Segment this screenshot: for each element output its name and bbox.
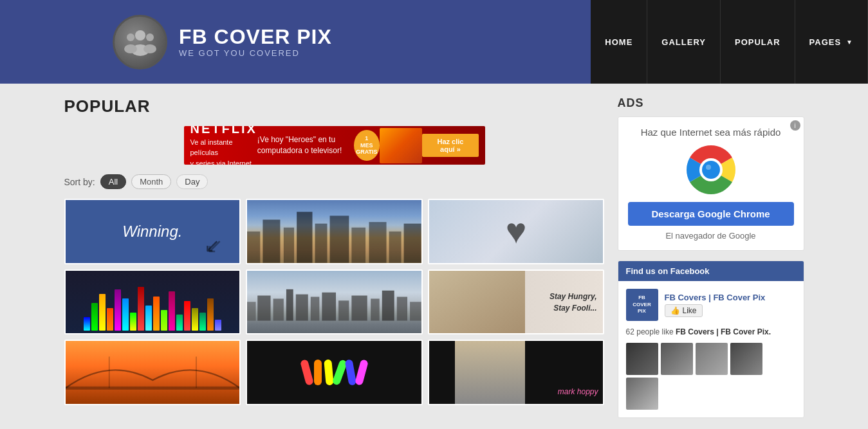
nav-popular[interactable]: POPULAR bbox=[721, 0, 795, 84]
bridge-svg bbox=[66, 341, 240, 404]
facebook-header: Find us on Facebook bbox=[618, 261, 804, 281]
svg-rect-17 bbox=[257, 296, 270, 321]
facebook-avatar bbox=[626, 343, 658, 375]
chrome-logo bbox=[685, 144, 737, 196]
chrome-ad-headline: Haz que Internet sea más rápido bbox=[628, 127, 794, 138]
header: FB COVER PIX WE GOT YOU COVERED HOME GAL… bbox=[0, 0, 868, 84]
svg-rect-20 bbox=[296, 295, 308, 321]
jobs-quote: Stay Hungry,Stay Fooli... bbox=[549, 291, 597, 314]
svg-rect-27 bbox=[397, 297, 407, 321]
facebook-page-row: FBCOVERPIX FB Covers | FB Cover Pix 👍 Li… bbox=[626, 289, 796, 321]
image-jobs[interactable]: Stay Hungry,Stay Fooli... bbox=[428, 269, 605, 335]
netflix-logo-text: NETFLIX bbox=[190, 126, 257, 136]
svg-point-35 bbox=[706, 165, 711, 170]
svg-rect-28 bbox=[410, 302, 421, 321]
facebook-likes-text: 62 people like FB Covers | FB Cover Pix. bbox=[626, 327, 796, 336]
netflix-sub3: ¡Ve hoy "Heroes" en tu computadora o tel… bbox=[257, 134, 354, 156]
svg-rect-16 bbox=[247, 302, 256, 321]
svg-point-5 bbox=[143, 44, 156, 53]
sort-bar: Sort by: All Month Day bbox=[64, 174, 605, 189]
netflix-sub1: Ve al instante películas bbox=[190, 138, 257, 158]
image-equalizer[interactable] bbox=[64, 269, 241, 335]
sort-month-button[interactable]: Month bbox=[131, 174, 171, 189]
city-skyline-svg bbox=[247, 200, 421, 263]
nav-gallery[interactable]: GALLERY bbox=[647, 0, 721, 84]
mark-portrait bbox=[455, 341, 524, 404]
facebook-avatars bbox=[626, 343, 796, 410]
svg-point-2 bbox=[127, 33, 134, 41]
main-wrapper: POPULAR NETFLIX Ve al instante películas… bbox=[55, 84, 814, 429]
chevron-down-icon: ▼ bbox=[846, 39, 853, 46]
facebook-page-info: FB Covers | FB Cover Pix 👍 Like bbox=[665, 293, 766, 317]
image-mark[interactable]: mark hoppy bbox=[428, 340, 605, 405]
sidebar: ADS i Haz que Internet sea más rápido bbox=[618, 96, 804, 418]
svg-rect-21 bbox=[311, 297, 320, 321]
image-harbor[interactable] bbox=[246, 269, 423, 335]
dancers-figures bbox=[247, 341, 421, 404]
facebook-like-button[interactable]: 👍 Like bbox=[665, 304, 703, 317]
site-name: FB COVER PIX bbox=[179, 26, 332, 48]
facebook-avatar bbox=[626, 378, 658, 410]
netflix-sub2: y series via Internet bbox=[190, 159, 257, 165]
svg-rect-13 bbox=[369, 222, 387, 263]
chrome-logo-svg bbox=[685, 144, 737, 196]
jobs-portrait bbox=[429, 271, 525, 334]
equalizer-bars bbox=[77, 285, 228, 331]
page-title: POPULAR bbox=[64, 96, 605, 116]
heart-symbol: ♥ bbox=[506, 214, 527, 249]
sort-all-button[interactable]: All bbox=[100, 174, 126, 189]
logo-area: FB COVER PIX WE GOT YOU COVERED bbox=[113, 15, 332, 69]
chrome-sub-text: El navegador de Google bbox=[628, 231, 794, 241]
netflix-brand: NETFLIX Ve al instante películas y serie… bbox=[190, 126, 257, 165]
chrome-download-button[interactable]: Descarga Google Chrome bbox=[628, 202, 794, 226]
facebook-avatar bbox=[730, 343, 762, 375]
svg-rect-25 bbox=[371, 299, 380, 321]
image-city[interactable] bbox=[246, 199, 423, 264]
netflix-badge: 1 MES GRATIS bbox=[354, 130, 380, 161]
main-nav: HOME GALLERY POPULAR PAGES ▼ bbox=[591, 0, 868, 84]
facebook-page-name[interactable]: FB Covers | FB Cover Pix bbox=[665, 293, 766, 302]
nav-pages[interactable]: PAGES ▼ bbox=[795, 0, 868, 84]
content-area: POPULAR NETFLIX Ve al instante películas… bbox=[64, 96, 605, 418]
svg-rect-7 bbox=[263, 220, 281, 263]
svg-rect-18 bbox=[273, 299, 284, 321]
svg-rect-23 bbox=[338, 301, 349, 321]
svg-rect-12 bbox=[352, 228, 366, 263]
thumbs-up-icon: 👍 bbox=[670, 306, 680, 315]
facebook-widget: Find us on Facebook FBCOVERPIX FB Covers… bbox=[618, 260, 804, 418]
svg-rect-8 bbox=[284, 228, 294, 263]
sort-day-button[interactable]: Day bbox=[176, 174, 208, 189]
image-dancers[interactable] bbox=[246, 340, 423, 405]
netflix-people-image bbox=[380, 128, 423, 163]
svg-rect-6 bbox=[247, 232, 260, 263]
facebook-avatar bbox=[661, 343, 693, 375]
facebook-avatar bbox=[696, 343, 728, 375]
svg-rect-14 bbox=[389, 232, 402, 263]
site-title: FB COVER PIX WE GOT YOU COVERED bbox=[179, 26, 332, 58]
winning-arrow: ↙ bbox=[206, 233, 223, 258]
svg-rect-24 bbox=[352, 296, 367, 321]
svg-rect-31 bbox=[66, 387, 240, 390]
image-bridge[interactable] bbox=[64, 340, 241, 405]
netflix-cta-button[interactable]: Haz clic aquí » bbox=[422, 134, 478, 157]
site-tagline: WE GOT YOU COVERED bbox=[179, 48, 332, 58]
facebook-body: FBCOVERPIX FB Covers | FB Cover Pix 👍 Li… bbox=[618, 281, 804, 417]
svg-rect-19 bbox=[286, 289, 293, 321]
svg-point-3 bbox=[124, 44, 137, 53]
svg-point-0 bbox=[135, 30, 145, 41]
svg-rect-22 bbox=[322, 293, 337, 321]
svg-rect-15 bbox=[404, 224, 421, 263]
svg-rect-10 bbox=[315, 224, 328, 263]
people-icon bbox=[124, 26, 156, 58]
ad-info-icon[interactable]: i bbox=[790, 120, 800, 131]
ad-banner: NETFLIX Ve al instante películas y serie… bbox=[184, 126, 485, 165]
logo-icon bbox=[113, 15, 167, 69]
svg-rect-11 bbox=[330, 215, 349, 262]
svg-point-34 bbox=[702, 161, 720, 179]
svg-rect-9 bbox=[297, 212, 312, 262]
ads-title: ADS bbox=[618, 96, 804, 110]
image-heart[interactable]: ♥ bbox=[428, 199, 605, 264]
sort-label: Sort by: bbox=[64, 177, 95, 187]
nav-home[interactable]: HOME bbox=[591, 0, 647, 84]
image-winning[interactable]: Winning. ↙ bbox=[64, 199, 241, 264]
